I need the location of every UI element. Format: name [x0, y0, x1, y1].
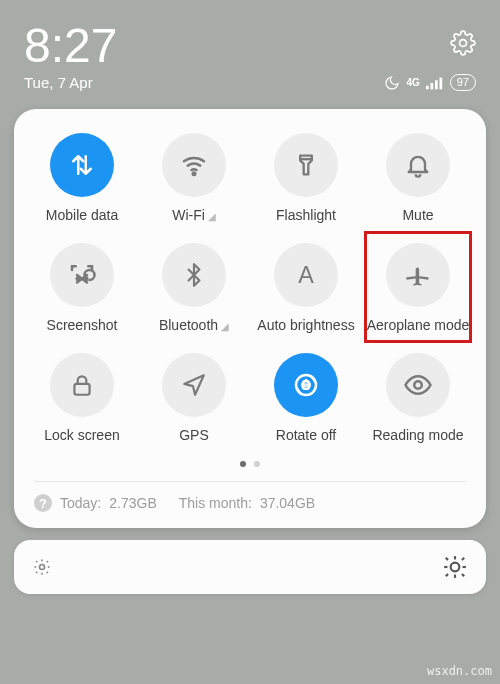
brightness-high-icon — [442, 554, 468, 580]
svg-point-16 — [305, 384, 306, 385]
tile-circle — [162, 133, 226, 197]
usage-today-value: 2.73GB — [109, 495, 156, 511]
svg-line-33 — [462, 574, 464, 576]
dnd-icon — [384, 75, 400, 91]
help-icon: ? — [34, 494, 52, 512]
data-icon — [67, 150, 97, 180]
flashlight-icon — [292, 151, 320, 179]
date: Tue, 7 Apr — [24, 74, 93, 91]
battery-badge: 97 — [450, 74, 476, 91]
page-dot-2 — [254, 461, 260, 467]
svg-line-35 — [462, 558, 464, 560]
bell-icon — [404, 151, 432, 179]
tile-label: Mobile data — [46, 207, 118, 223]
tile-circle — [162, 243, 226, 307]
tile-screenshot[interactable]: Screenshot — [26, 243, 138, 333]
status-bar: 8:27 Tue, 7 Apr 4G 97 — [0, 0, 500, 103]
tile-data[interactable]: Mobile data — [26, 133, 138, 223]
tile-lock[interactable]: Lock screen — [26, 353, 138, 443]
svg-text:A: A — [298, 262, 314, 288]
tile-label: GPS — [179, 427, 209, 443]
tile-circle — [274, 353, 338, 417]
svg-point-27 — [451, 563, 460, 572]
brightness-slider[interactable] — [14, 540, 486, 594]
tile-label: Wi-Fi◢ — [172, 207, 216, 223]
tile-letter-a[interactable]: AAuto brightness — [250, 243, 362, 333]
eye-icon — [403, 370, 433, 400]
tile-rotate[interactable]: Rotate off — [250, 353, 362, 443]
tile-label: Bluetooth◢ — [159, 317, 229, 333]
svg-line-32 — [446, 558, 448, 560]
tile-bluetooth[interactable]: Bluetooth◢ — [138, 243, 250, 333]
tile-circle: A — [274, 243, 338, 307]
expand-indicator: ◢ — [208, 211, 216, 222]
page-indicator[interactable] — [26, 461, 474, 467]
svg-point-0 — [460, 40, 467, 47]
svg-rect-12 — [74, 384, 89, 395]
svg-line-23 — [36, 561, 37, 562]
tile-circle — [50, 353, 114, 417]
tile-eye[interactable]: Reading mode — [362, 353, 474, 443]
watermark: wsxdn.com — [427, 664, 492, 678]
status-icons: 4G 97 — [384, 74, 476, 91]
tiles-grid: Mobile dataWi-Fi◢FlashlightMuteScreensho… — [26, 133, 474, 443]
usage-today-label: Today: — [60, 495, 101, 511]
svg-point-18 — [40, 565, 45, 570]
network-type: 4G — [406, 77, 419, 88]
signal-icon — [426, 76, 444, 90]
svg-rect-2 — [430, 83, 433, 89]
bluetooth-icon — [181, 262, 207, 288]
tile-label: Lock screen — [44, 427, 119, 443]
screenshot-icon — [67, 260, 97, 290]
data-usage-row[interactable]: ? Today: 2.73GB This month: 37.04GB — [26, 482, 474, 514]
tile-wifi[interactable]: Wi-Fi◢ — [138, 133, 250, 223]
tile-label: Flashlight — [276, 207, 336, 223]
auto-icon: A — [292, 261, 320, 289]
tile-label: Screenshot — [47, 317, 118, 333]
tile-circle — [274, 133, 338, 197]
svg-point-17 — [414, 381, 422, 389]
brightness-low-icon — [32, 557, 52, 577]
expand-indicator: ◢ — [221, 321, 229, 332]
wifi-icon — [179, 150, 209, 180]
location-icon — [181, 372, 207, 398]
tile-circle — [50, 243, 114, 307]
tile-flashlight[interactable]: Flashlight — [250, 133, 362, 223]
settings-button[interactable] — [450, 30, 476, 56]
tile-circle — [162, 353, 226, 417]
svg-line-34 — [446, 574, 448, 576]
usage-month-label: This month: — [179, 495, 252, 511]
quick-settings-panel: Mobile dataWi-Fi◢FlashlightMuteScreensho… — [14, 109, 486, 528]
tile-label: Rotate off — [276, 427, 336, 443]
tile-location[interactable]: GPS — [138, 353, 250, 443]
svg-rect-4 — [439, 77, 442, 89]
tile-label: Mute — [402, 207, 433, 223]
svg-rect-3 — [435, 80, 438, 89]
svg-line-24 — [47, 572, 48, 573]
usage-month-value: 37.04GB — [260, 495, 315, 511]
svg-line-26 — [47, 561, 48, 562]
lock-icon — [69, 372, 95, 398]
svg-line-25 — [36, 572, 37, 573]
page-dot-1 — [240, 461, 246, 467]
highlight-box — [364, 231, 472, 343]
tile-bell[interactable]: Mute — [362, 133, 474, 223]
svg-rect-1 — [426, 85, 429, 89]
clock: 8:27 — [24, 22, 117, 70]
tile-circle — [386, 133, 450, 197]
tile-label: Auto brightness — [257, 317, 354, 333]
tile-label: Reading mode — [372, 427, 463, 443]
gear-icon — [450, 30, 476, 56]
tile-airplane[interactable]: Aeroplane mode — [362, 243, 474, 333]
svg-point-5 — [193, 173, 196, 176]
tile-circle — [50, 133, 114, 197]
rotate-icon — [291, 370, 321, 400]
tile-circle — [386, 353, 450, 417]
